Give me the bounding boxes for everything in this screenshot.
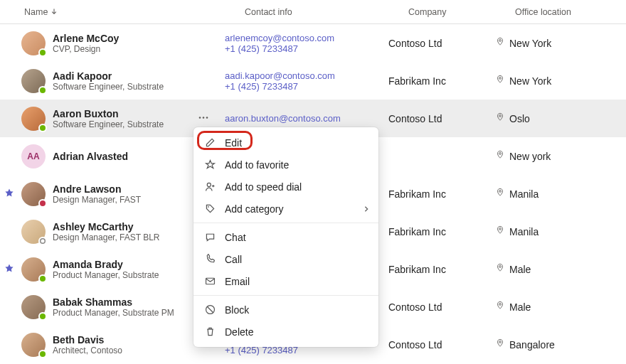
avatar[interactable]: [21, 31, 46, 55]
person-name[interactable]: Beth Davis: [53, 334, 122, 346]
presence-badge: [38, 237, 47, 245]
location-text: Manila: [509, 226, 539, 237]
contact-email[interactable]: aadi.kapoor@contoso.com: [225, 70, 388, 81]
table-row[interactable]: Aadi KapoorSoftware Engineer, Substratea…: [0, 62, 626, 100]
location-text: Bangalore: [509, 339, 555, 350]
star-filled-icon: [4, 188, 14, 200]
menu-block-label: Block: [225, 304, 249, 316]
svg-point-8: [206, 117, 208, 119]
trash-icon: [203, 326, 216, 338]
person-name[interactable]: Aadi Kapoor: [53, 70, 164, 82]
context-menu: Edit Add to favorite Add to speed dial A…: [193, 127, 378, 347]
avatar[interactable]: AA: [21, 144, 46, 168]
menu-edit[interactable]: Edit: [193, 132, 378, 154]
location-cell: New York: [495, 75, 623, 87]
person-title: Product Manager, Substrate: [53, 270, 159, 280]
svg-point-16: [208, 206, 209, 208]
menu-email-label: Email: [225, 276, 250, 287]
contact-phone[interactable]: +1 (425) 7233487: [225, 81, 388, 92]
avatar[interactable]: [21, 182, 46, 206]
contact-email[interactable]: aaron.buxton@contoso.com: [225, 113, 388, 124]
column-company[interactable]: Company: [408, 7, 515, 17]
avatar[interactable]: [21, 295, 46, 319]
name-block: Adrian Alvasted: [53, 151, 128, 162]
location-cell: Male: [495, 301, 623, 313]
location-pin-icon: [495, 150, 505, 162]
person-name[interactable]: Aaron Buxton: [53, 108, 164, 119]
name-block: Amanda BradyProduct Manager, Substrate: [53, 259, 159, 280]
favorite-indicator: [4, 188, 14, 200]
presence-badge: [38, 274, 47, 283]
menu-chat[interactable]: Chat: [193, 226, 378, 248]
chevron-right-icon: [363, 203, 370, 215]
location-text: Male: [509, 301, 531, 313]
person-title: Design Manager, FAST BLR: [53, 232, 160, 242]
location-cell: New York: [495, 37, 623, 49]
menu-separator: [193, 295, 378, 296]
column-name[interactable]: Name: [24, 7, 245, 17]
svg-point-15: [207, 183, 211, 186]
table-header: Name Contact info Company Office locatio…: [0, 0, 626, 24]
avatar[interactable]: [21, 220, 46, 244]
company-cell: Contoso Ltd: [388, 38, 495, 49]
avatar[interactable]: [21, 69, 46, 93]
column-contact[interactable]: Contact info: [245, 7, 408, 17]
menu-email[interactable]: Email: [193, 270, 378, 292]
menu-chat-label: Chat: [225, 232, 246, 243]
contact-cell: aaron.buxton@contoso.com: [225, 113, 388, 124]
person-name[interactable]: Andre Lawson: [53, 183, 141, 195]
avatar[interactable]: [21, 333, 46, 357]
name-block: Aadi KapoorSoftware Engineer, Substrate: [53, 70, 164, 92]
menu-add-category[interactable]: Add category: [193, 198, 378, 220]
person-plus-icon: [203, 181, 216, 193]
block-icon: [203, 304, 216, 316]
column-name-label: Name: [24, 7, 48, 17]
location-pin-icon: [495, 263, 505, 275]
location-cell: Bangalore: [495, 338, 623, 350]
svg-point-7: [203, 117, 205, 119]
location-pin-icon: [495, 338, 505, 350]
menu-call[interactable]: Call: [193, 248, 378, 270]
presence-badge: [38, 199, 47, 208]
name-cell: AAAdrian Alvasted: [4, 144, 225, 168]
person-name[interactable]: Ashley McCarthy: [53, 221, 160, 232]
menu-add-speed-dial[interactable]: Add to speed dial: [193, 176, 378, 198]
chat-icon: [203, 231, 216, 243]
location-pin-icon: [495, 112, 505, 124]
name-block: Aaron BuxtonSoftware Engineer, Substrate: [53, 108, 164, 129]
name-cell: Babak ShammasProduct Manager, Substrate …: [4, 295, 225, 319]
avatar[interactable]: [21, 107, 46, 131]
location-text: Manila: [509, 188, 539, 200]
person-name[interactable]: Adrian Alvasted: [53, 151, 128, 162]
tag-icon: [203, 203, 216, 215]
company-cell: Contoso Ltd: [388, 339, 495, 350]
menu-delete[interactable]: Delete: [193, 321, 378, 343]
star-plus-icon: [203, 159, 216, 171]
person-name[interactable]: Babak Shammas: [53, 296, 174, 308]
menu-edit-label: Edit: [225, 137, 242, 149]
arrow-down-icon: [51, 7, 58, 17]
person-title: Design Manager, FAST: [53, 195, 141, 205]
contact-phone[interactable]: +1 (425) 7233487: [225, 43, 388, 54]
svg-point-11: [499, 228, 502, 230]
name-cell: Amanda BradyProduct Manager, Substrate: [4, 257, 225, 282]
location-cell: Manila: [495, 188, 623, 200]
contact-email[interactable]: arlenemcoy@contoso.com: [225, 33, 388, 43]
menu-delete-label: Delete: [225, 326, 253, 338]
person-name[interactable]: Arlene McCoy: [53, 33, 119, 44]
row-more-button[interactable]: [198, 112, 209, 125]
svg-point-13: [499, 304, 502, 306]
favorite-indicator: [4, 263, 14, 275]
svg-point-10: [499, 191, 502, 193]
menu-block[interactable]: Block: [193, 299, 378, 321]
menu-add-favorite[interactable]: Add to favorite: [193, 154, 378, 176]
avatar[interactable]: [21, 257, 46, 282]
name-cell: Aaron BuxtonSoftware Engineer, Substrate: [4, 107, 225, 131]
menu-speed-dial-label: Add to speed dial: [225, 181, 302, 193]
presence-badge: [38, 86, 47, 95]
column-location[interactable]: Office location: [515, 7, 626, 17]
presence-badge: [38, 48, 47, 57]
person-name[interactable]: Amanda Brady: [53, 259, 159, 270]
person-title: Product Manager, Substrate PM: [53, 308, 174, 318]
table-row[interactable]: Arlene McCoyCVP, Designarlenemcoy@contos…: [0, 24, 626, 62]
